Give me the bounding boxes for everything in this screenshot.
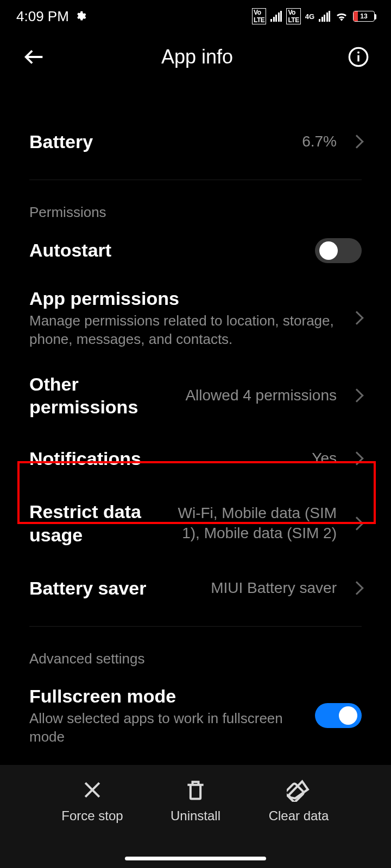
row-battery[interactable]: Battery 6.7% [0,114,391,170]
signal1-icon [270,11,282,22]
signal2-icon [319,11,330,22]
chevron-right-icon [350,582,363,595]
settings-content: Battery 6.7% Permissions Autostart App p… [0,81,391,765]
force-stop-label: Force stop [61,808,123,824]
other-permissions-value: Allowed 4 permissions [185,386,337,405]
chevron-right-icon [350,516,363,530]
svg-point-2 [357,52,360,54]
close-icon [80,778,104,802]
bottom-action-bar: Force stop Uninstall Clear data [0,765,391,868]
section-advanced: Advanced settings [0,636,391,673]
chevron-right-icon [350,135,363,149]
row-restrict-data[interactable]: Restrict data usage Wi-Fi, Mobile data (… [0,486,391,560]
restrict-data-label: Restrict data usage [29,500,149,546]
row-app-permissions[interactable]: App permissions Manage permissions relat… [0,275,391,361]
page-title: App info [161,46,233,68]
volte2-icon: VoLTE [286,8,300,24]
force-stop-button[interactable]: Force stop [49,778,136,824]
restrict-data-value: Wi-Fi, Mobile data (SIM 1), Mobile data … [157,503,337,543]
section-permissions: Permissions [0,190,391,226]
back-icon[interactable] [22,44,47,69]
clear-data-label: Clear data [269,808,329,824]
row-battery-saver[interactable]: Battery saver MIUI Battery saver [0,560,391,616]
divider [29,626,362,627]
row-fullscreen-mode[interactable]: Fullscreen mode Allow selected apps to w… [0,673,391,758]
fullscreen-desc: Allow selected apps to work in fullscree… [29,710,306,746]
row-blur-previews[interactable]: Blur app previews [0,758,391,765]
status-time: 4:09 PM [16,8,69,25]
divider [29,180,362,180]
info-icon[interactable] [348,46,369,68]
notifications-value: Yes [312,449,337,468]
settings-icon [74,10,86,22]
chevron-right-icon [350,451,363,465]
row-autostart[interactable]: Autostart [0,226,391,275]
autostart-toggle[interactable] [315,238,362,263]
app-permissions-desc: Manage permissions related to location, … [29,312,337,349]
autostart-label: Autostart [29,239,306,262]
volte1-icon: VoLTE [252,8,266,24]
row-other-permissions[interactable]: Other permissions Allowed 4 permissions [0,361,391,431]
fullscreen-toggle[interactable] [315,703,362,728]
battery-saver-value: MIUI Battery saver [211,578,337,598]
fullscreen-label: Fullscreen mode [29,685,306,708]
home-indicator[interactable] [125,857,266,860]
chevron-right-icon [350,311,363,324]
trash-icon [184,778,207,802]
app-header: App info [0,33,391,81]
row-notifications[interactable]: Notifications Yes [0,431,391,487]
clear-data-button[interactable]: Clear data [255,778,342,824]
battery-value: 6.7% [302,132,337,151]
battery-icon: 13 [353,11,375,22]
app-permissions-label: App permissions [29,287,337,310]
uninstall-label: Uninstall [171,808,220,824]
wifi-icon [335,9,349,23]
battery-saver-label: Battery saver [29,577,202,600]
status-bar: 4:09 PM VoLTE VoLTE 4G 13 [0,0,391,33]
battery-label: Battery [29,130,293,154]
uninstall-button[interactable]: Uninstall [152,778,239,824]
other-permissions-label: Other permissions [29,373,176,419]
network-4g-icon: 4G [305,14,314,20]
notifications-label: Notifications [29,447,303,470]
chevron-right-icon [350,388,363,402]
eraser-icon [287,778,311,802]
